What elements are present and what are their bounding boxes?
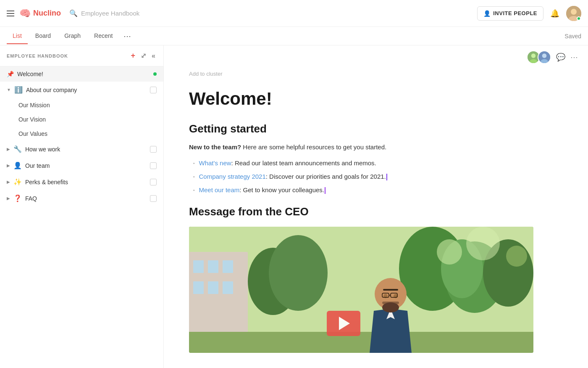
svg-rect-28 (383, 289, 398, 291)
main-layout: EMPLOYEE HANDBOOK + ⤢ « 📌 Welcome! ▼ ℹ️ … (0, 45, 588, 368)
sidebar: EMPLOYEE HANDBOOK + ⤢ « 📌 Welcome! ▼ ℹ️ … (0, 45, 164, 368)
svg-point-7 (542, 53, 547, 58)
tab-graph[interactable]: Graph (58, 28, 87, 44)
search-icon: 🔍 (69, 9, 78, 17)
sidebar-subitem-label: Our Values (18, 130, 157, 137)
meet-our-team-link[interactable]: Meet our team (199, 186, 240, 193)
page-title: Welcome! (189, 89, 563, 109)
top-right-actions: 👤 INVITE PEOPLE 🔔 (477, 6, 581, 21)
content-body: Add to cluster Welcome! Getting started … (164, 64, 588, 368)
sidebar-item-about[interactable]: ▼ ℹ️ About our company (0, 82, 163, 98)
play-icon (339, 317, 350, 330)
chevron-right-icon: ▶ (7, 163, 10, 168)
active-dot (153, 72, 157, 76)
notification-bell-icon[interactable]: 🔔 (550, 9, 559, 18)
top-nav: 🧠 Nuclino 🔍 Employee Handbook 👤 INVITE P… (0, 0, 588, 27)
sidebar-subitem-label: Our Mission (18, 102, 157, 109)
tab-list[interactable]: List (7, 28, 28, 44)
pin-icon: 📌 (7, 71, 14, 77)
sidebar-header: EMPLOYEE HANDBOOK + ⤢ « (0, 45, 163, 66)
svg-point-23 (437, 239, 462, 265)
tab-board[interactable]: Board (29, 28, 57, 44)
more-options-icon[interactable]: ⋯ (570, 53, 578, 62)
intro-paragraph: New to the team? Here are some helpful r… (189, 142, 563, 152)
svg-rect-16 (223, 281, 233, 294)
tabs-bar: List Board Graph Recent ⋯ Saved (0, 27, 588, 45)
svg-point-24 (466, 227, 500, 260)
chevron-right-icon: ▶ (7, 147, 10, 151)
chevron-down-icon: ▼ (7, 87, 11, 92)
sidebar-subitem-vision[interactable]: Our Vision (0, 112, 163, 127)
sidebar-item-welcome[interactable]: 📌 Welcome! (0, 66, 163, 82)
sidebar-subitem-mission[interactable]: Our Mission (0, 98, 163, 112)
invite-label: INVITE PEOPLE (493, 10, 537, 16)
resources-list: • What's new: Read our latest team annou… (189, 158, 563, 195)
getting-started-title: Getting started (189, 122, 563, 135)
company-strategy-link[interactable]: Company strategy 2021 (199, 173, 266, 180)
sidebar-item-howwework[interactable]: ▶ 🔧 How we work (0, 141, 163, 157)
list-item: • Meet our team: Get to know your collea… (193, 185, 563, 195)
sidebar-item-label: How we work (25, 146, 147, 153)
checkbox[interactable] (150, 195, 157, 202)
logo-icon: 🧠 (19, 8, 31, 19)
bullet-rest: : Discover our priorities and goals for … (266, 173, 386, 180)
bullet-dot: • (193, 187, 195, 194)
ceo-video[interactable] (189, 227, 533, 353)
sidebar-item-label: Perks & benefits (25, 179, 147, 185)
cursor-marker-2 (325, 187, 326, 194)
checkbox[interactable] (150, 179, 157, 185)
sidebar-item-ourteam[interactable]: ▶ 👤 Our team (0, 157, 163, 174)
sidebar-collapse-button[interactable]: « (151, 51, 157, 61)
video-background (189, 227, 533, 353)
item-emoji: ℹ️ (14, 86, 23, 94)
invite-people-button[interactable]: 👤 INVITE PEOPLE (477, 6, 543, 21)
intro-bold-text: New to the team? (189, 143, 241, 151)
collaborator-avatars (527, 50, 551, 64)
tab-recent[interactable]: Recent (88, 28, 118, 44)
sidebar-item-faq[interactable]: ▶ ❓ FAQ (0, 190, 163, 207)
svg-rect-26 (189, 332, 533, 353)
content-area: 💬 ⋯ Add to cluster Welcome! Getting star… (164, 45, 588, 368)
tabs-more-button[interactable]: ⋯ (120, 28, 134, 44)
sidebar-header-actions: + ⤢ « (130, 50, 157, 61)
search-area[interactable]: 🔍 Employee Handbook (69, 9, 477, 17)
checkbox[interactable] (150, 162, 157, 169)
logo-area: 🧠 Nuclino (19, 8, 61, 19)
list-item-text: What's new: Read our latest team announc… (199, 158, 376, 168)
whats-new-link[interactable]: What's new (199, 159, 231, 167)
list-item-text: Company strategy 2021: Discover our prio… (199, 172, 388, 182)
svg-rect-15 (208, 281, 218, 294)
hamburger-button[interactable] (7, 11, 14, 16)
checkbox[interactable] (150, 87, 157, 93)
sidebar-subitem-label: Our Vision (18, 116, 157, 123)
sidebar-item-perks[interactable]: ▶ ✨ Perks & benefits (0, 174, 163, 190)
online-status-dot (577, 16, 581, 21)
content-header-bar: 💬 ⋯ (164, 45, 588, 64)
invite-icon: 👤 (483, 10, 491, 17)
search-input[interactable]: Employee Handbook (81, 10, 139, 17)
sidebar-add-button[interactable]: + (130, 50, 137, 61)
user-avatar[interactable] (566, 6, 581, 21)
comment-icon[interactable]: 💬 (556, 53, 565, 62)
sidebar-expand-button[interactable]: ⤢ (140, 51, 147, 61)
svg-point-25 (506, 246, 527, 267)
video-play-button[interactable] (327, 311, 360, 336)
list-item: • What's new: Read our latest team annou… (193, 158, 563, 168)
bullet-rest: : Get to know your colleagues. (239, 186, 324, 193)
chevron-right-icon: ▶ (7, 196, 10, 201)
checkbox[interactable] (150, 146, 157, 153)
sidebar-item-label: FAQ (25, 195, 147, 202)
svg-point-1 (571, 9, 577, 15)
list-item-text: Meet our team: Get to know your colleagu… (199, 185, 326, 195)
sidebar-item-label: Welcome! (17, 71, 150, 77)
svg-point-18 (269, 235, 328, 311)
item-emoji: 🔧 (13, 145, 22, 153)
sidebar-subitem-values[interactable]: Our Values (0, 127, 163, 141)
intro-text: Here are some helpful resources to get y… (241, 143, 386, 151)
logo-text: Nuclino (33, 9, 61, 18)
add-to-cluster-link[interactable]: Add to cluster (189, 71, 563, 77)
svg-point-35 (382, 302, 399, 312)
svg-rect-13 (223, 260, 233, 273)
chevron-right-icon: ▶ (7, 180, 10, 184)
svg-rect-14 (193, 281, 204, 294)
